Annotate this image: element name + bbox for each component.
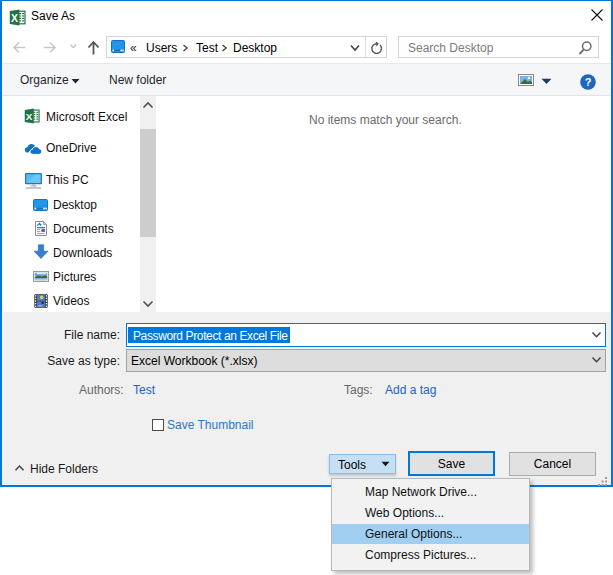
svg-text:X: X xyxy=(11,12,18,24)
svg-text:X: X xyxy=(26,111,33,122)
svg-text:?: ? xyxy=(585,76,592,88)
